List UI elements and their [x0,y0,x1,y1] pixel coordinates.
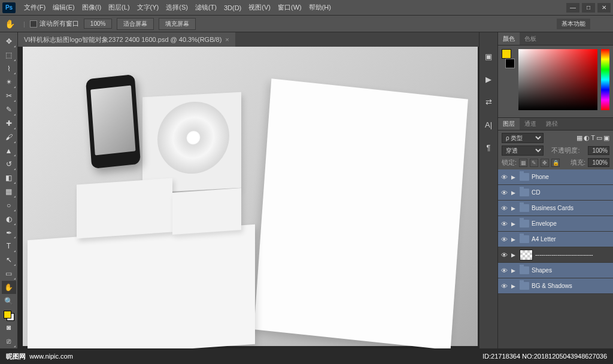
character-panel-icon[interactable]: A| [482,119,494,131]
visibility-toggle-icon[interactable]: 👁 [499,220,509,228]
zoom-tool[interactable]: 🔍 [2,295,16,308]
expand-arrow-icon[interactable]: ▶ [511,190,517,196]
visibility-toggle-icon[interactable]: 👁 [499,251,509,259]
lasso-tool[interactable]: ⌇ [2,62,16,75]
visibility-toggle-icon[interactable]: 👁 [499,283,509,290]
path-select-tool[interactable]: ↖ [2,253,16,266]
layer-row[interactable]: 👁▶CD [498,185,613,201]
close-tab-icon[interactable]: × [225,36,229,43]
filter-adjust-icon[interactable]: ◐ [584,134,590,142]
blur-tool[interactable]: ○ [2,199,16,212]
tab-swatches[interactable]: 色板 [520,32,541,45]
crop-tool[interactable]: ✂ [2,89,16,102]
document-tab[interactable]: VI样机标志贴图logo智能对象2372 2400 1600.psd @ 40.… [18,32,235,47]
layer-row[interactable]: 👁▶Shapes [498,263,613,278]
hue-slider[interactable] [601,49,609,110]
lock-paint-icon[interactable]: ✎ [530,159,538,167]
layer-row[interactable]: 👁▶Business Cards [498,201,613,216]
zoom-100-button[interactable]: 100% [84,19,113,29]
filter-shape-icon[interactable]: ▭ [596,134,602,142]
menu-image[interactable]: 图像(I) [78,3,105,12]
site-url: www.nipic.com [29,353,73,360]
lock-pos-icon[interactable]: ✥ [541,159,549,167]
eyedropper-tool[interactable]: ✎ [2,103,16,116]
fill-screen-button[interactable]: 填充屏幕 [159,18,196,30]
gradient-tool[interactable]: ▦ [2,185,16,198]
tab-channels[interactable]: 通道 [520,118,541,130]
menu-help[interactable]: 帮助(H) [305,3,335,12]
expand-arrow-icon[interactable]: ▶ [511,268,517,274]
filter-smart-icon[interactable]: ▣ [603,134,609,142]
menu-view[interactable]: 视图(V) [245,3,274,12]
layer-row[interactable]: 👁▶Phone [498,169,613,185]
hand-tool[interactable]: ✋ [2,281,16,294]
blend-mode-select[interactable]: 穿透 [502,145,544,156]
expand-arrow-icon[interactable]: ▶ [511,221,517,227]
menu-layer[interactable]: 图层(L) [105,3,133,12]
visibility-toggle-icon[interactable]: 👁 [499,236,509,243]
expand-arrow-icon[interactable]: ▶ [511,205,517,211]
quick-mask-toggle[interactable]: ◙ [2,321,16,334]
menu-edit[interactable]: 编辑(E) [49,3,78,12]
pen-tool[interactable]: ✒ [2,226,16,239]
brush-tool[interactable]: 🖌 [2,131,16,144]
history-brush-tool[interactable]: ↺ [2,157,16,171]
move-tool[interactable]: ✥ [2,35,16,48]
layer-row[interactable]: 👁▶A4 Letter [498,232,613,247]
fg-bg-color[interactable] [502,49,515,68]
scroll-all-checkbox[interactable]: 滚动所有窗口 [30,19,79,28]
minimize-button[interactable]: — [566,3,579,13]
layer-row[interactable]: 👁▶----------------------------- [498,247,613,263]
menu-file[interactable]: 文件(F) [20,3,49,12]
layer-row[interactable]: 👁▶Envelope [498,216,613,232]
canvas-area: VI样机标志贴图logo智能对象2372 2400 1600.psd @ 40.… [18,32,479,348]
layer-name: Phone [532,174,612,180]
fill-input[interactable] [588,158,609,167]
canvas-viewport[interactable] [18,47,479,348]
tab-color[interactable]: 颜色 [498,32,520,45]
dodge-tool[interactable]: ◐ [2,213,16,226]
visibility-toggle-icon[interactable]: 👁 [499,174,509,181]
actions-panel-icon[interactable]: ▶ [482,73,494,85]
opacity-input[interactable] [588,146,609,155]
eraser-tool[interactable]: ◧ [2,171,16,184]
maximize-button[interactable]: □ [582,3,595,13]
filter-pixel-icon[interactable]: ▦ [576,134,582,142]
layer-filter-kind[interactable]: ρ 类型 [502,133,544,143]
menu-filter[interactable]: 滤镜(T) [192,3,220,12]
workspace-switcher[interactable]: 基本功能 [557,19,590,29]
tab-paths[interactable]: 路径 [541,118,563,130]
marquee-tool[interactable]: ⬚ [2,48,16,62]
properties-panel-icon[interactable]: ⇄ [482,96,494,108]
stamp-tool[interactable]: ▲ [2,144,16,157]
toolbox: ✥ ⬚ ⌇ ✴ ✂ ✎ ✚ 🖌 ▲ ↺ ◧ ▦ ○ ◐ ✒ T ↖ ▭ ✋ 🔍 … [0,32,18,348]
screen-mode-toggle[interactable]: ⎚ [2,335,16,348]
tab-layers[interactable]: 图层 [498,118,520,130]
visibility-toggle-icon[interactable]: 👁 [499,189,509,196]
fit-screen-button[interactable]: 适合屏幕 [117,18,154,30]
menu-window[interactable]: 窗口(W) [274,3,305,12]
checkbox-icon [30,20,37,28]
color-swatch[interactable] [4,311,14,321]
menu-select[interactable]: 选择(S) [162,3,192,12]
expand-arrow-icon[interactable]: ▶ [511,283,517,289]
visibility-toggle-icon[interactable]: 👁 [499,267,509,274]
shape-tool[interactable]: ▭ [2,267,16,280]
paragraph-panel-icon[interactable]: ¶ [482,141,494,153]
history-panel-icon[interactable]: ▣ [482,50,494,62]
expand-arrow-icon[interactable]: ▶ [511,252,517,258]
color-picker-field[interactable] [518,49,597,110]
type-tool[interactable]: T [2,239,16,253]
magic-wand-tool[interactable]: ✴ [2,75,16,89]
close-button[interactable]: ✕ [597,3,611,13]
menu-type[interactable]: 文字(Y) [133,3,163,12]
visibility-toggle-icon[interactable]: 👁 [499,205,509,212]
expand-arrow-icon[interactable]: ▶ [511,174,517,180]
lock-trans-icon[interactable]: ▦ [519,159,527,167]
expand-arrow-icon[interactable]: ▶ [511,236,517,242]
lock-all-icon[interactable]: 🔒 [551,159,560,167]
filter-type-icon[interactable]: T [591,134,595,142]
healing-tool[interactable]: ✚ [2,117,16,130]
layer-row[interactable]: 👁▶BG & Shadows [498,278,613,294]
menu-3d[interactable]: 3D(D) [220,4,245,11]
